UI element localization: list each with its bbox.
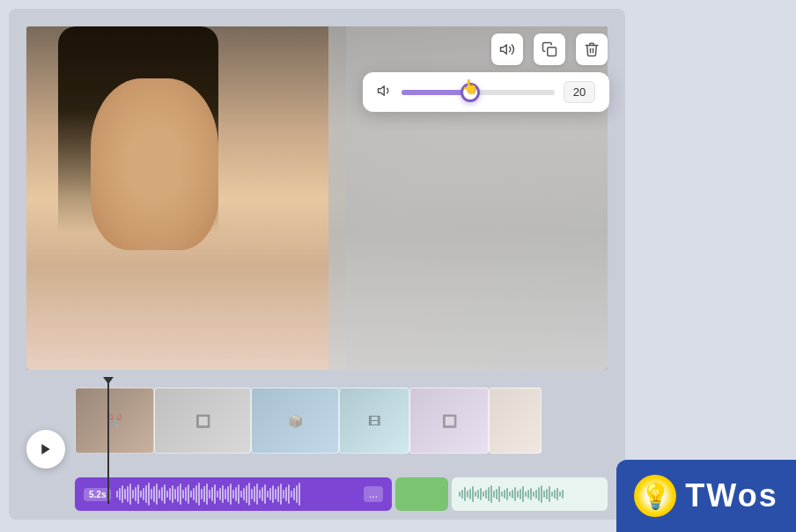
clip-3[interactable]: 📦	[251, 388, 339, 454]
more-options-button[interactable]: ...	[364, 486, 383, 502]
duplicate-icon	[542, 41, 557, 57]
audio-track-purple[interactable]: 5.2s ...	[75, 477, 392, 511]
playhead	[107, 381, 109, 504]
volume-popup-icon	[377, 83, 393, 102]
svg-marker-3	[41, 444, 49, 454]
clip-4[interactable]: 🎞	[339, 388, 409, 454]
timeline-area: ✂️ 🔲 📦 🎞 🔲	[26, 388, 608, 511]
clip-1[interactable]: ✂️	[75, 388, 154, 454]
audio-track-green[interactable]	[395, 477, 448, 511]
portrait-side	[26, 26, 346, 370]
cursor-hand: 👆	[461, 78, 479, 95]
audio-track-light[interactable]	[452, 477, 608, 511]
svg-marker-2	[379, 85, 385, 95]
twos-name: TWos	[685, 477, 778, 514]
svg-marker-0	[501, 45, 507, 55]
waveform-light	[459, 484, 601, 505]
delete-icon	[584, 41, 600, 57]
delete-button[interactable]	[576, 33, 608, 65]
play-icon	[39, 442, 53, 456]
volume-button[interactable]	[491, 33, 523, 65]
twos-logo	[634, 475, 676, 517]
volume-icon	[499, 41, 515, 57]
clip-2[interactable]: 🔲	[154, 388, 251, 454]
volume-value: 20	[564, 81, 595, 103]
twos-brand: TWos	[616, 460, 796, 532]
main-container: 👆 20 ✂️ 🔲	[0, 0, 796, 532]
volume-slider[interactable]: 👆	[402, 90, 555, 95]
clip-3-icon: 📦	[288, 414, 303, 428]
clip-2-icon: 🔲	[195, 414, 210, 428]
duplicate-button[interactable]	[534, 33, 565, 65]
waveform-purple	[116, 484, 358, 505]
video-toolbar	[491, 33, 608, 65]
clip-5[interactable]: 🔲	[409, 388, 489, 454]
audio-row: 5.2s ...	[75, 477, 608, 511]
slider-thumb[interactable]: 👆	[461, 83, 480, 102]
play-button[interactable]	[26, 430, 65, 469]
editor-area: 👆 20 ✂️ 🔲	[9, 9, 625, 520]
svg-rect-1	[548, 48, 556, 56]
clip-4-icon: 🎞	[368, 414, 380, 428]
clip-1-icon: ✂️	[107, 414, 122, 428]
clip-6[interactable]	[489, 388, 542, 454]
clips-row: ✂️ 🔲 📦 🎞 🔲	[75, 388, 608, 454]
face-area	[91, 78, 218, 250]
clip-5-icon: 🔲	[442, 414, 457, 428]
volume-popup: 👆 20	[363, 72, 609, 112]
slider-track: 👆	[402, 90, 555, 95]
